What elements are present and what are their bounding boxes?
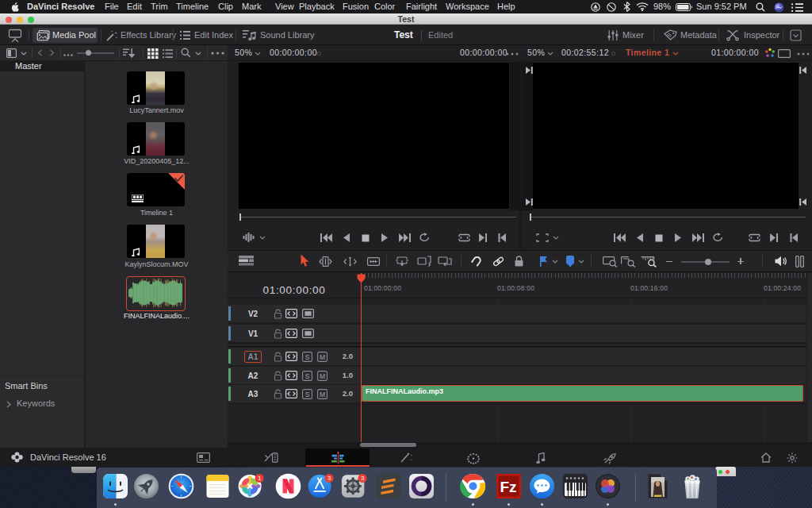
svg-text:Fz: Fz (500, 479, 516, 495)
svg-text:3: 3 (327, 475, 331, 482)
svg-text:3: 3 (361, 475, 364, 482)
svg-text:1: 1 (258, 475, 261, 482)
